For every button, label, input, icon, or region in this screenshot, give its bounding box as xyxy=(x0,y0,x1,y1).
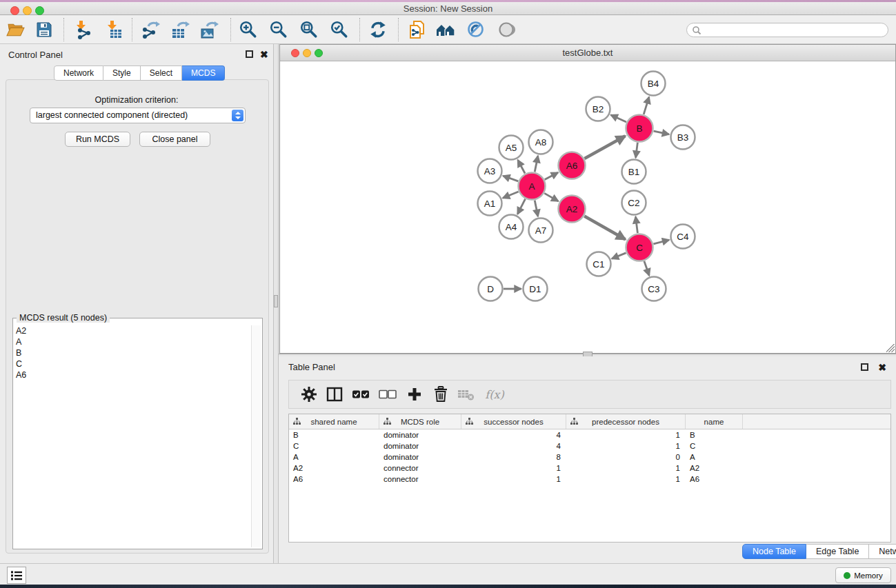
table-cell xyxy=(743,440,890,452)
edge-B-B3[interactable] xyxy=(654,131,669,134)
column-header-name[interactable]: name xyxy=(686,414,743,429)
mcds-result-item[interactable]: B xyxy=(14,347,250,358)
criterion-dropdown[interactable]: largest connected component (directed) xyxy=(30,108,246,123)
table-cell: C xyxy=(686,440,743,452)
edge-C-C1[interactable] xyxy=(612,253,626,258)
edge-B-B1[interactable] xyxy=(636,143,638,158)
delete-table-button[interactable] xyxy=(455,381,478,408)
edge-A6-B[interactable] xyxy=(584,136,625,159)
delete-columns-button[interactable] xyxy=(429,381,452,408)
mcds-result-item[interactable]: A6 xyxy=(14,369,250,381)
deselect-all-button[interactable] xyxy=(376,381,399,408)
divider-grip[interactable] xyxy=(274,295,278,307)
attribute-type-icon xyxy=(293,418,301,425)
edge-A-A5[interactable] xyxy=(518,160,525,173)
function-builder-button[interactable]: f(x) xyxy=(479,381,510,408)
edge-C-C3[interactable] xyxy=(644,261,649,276)
table-cell: 4 xyxy=(461,440,566,452)
mcds-result-item[interactable]: C xyxy=(14,358,250,369)
show-columns-button[interactable] xyxy=(323,381,346,408)
table-cell xyxy=(743,429,890,440)
zoom-out-button[interactable] xyxy=(266,19,291,40)
search-field[interactable] xyxy=(686,23,888,37)
table-settings-button[interactable] xyxy=(297,381,321,408)
desktop-wallpaper-strip xyxy=(0,585,896,588)
column-header-successor-nodes[interactable]: successor nodes xyxy=(461,414,566,429)
edge-A-A2[interactable] xyxy=(544,193,558,201)
zoom-fit-button[interactable] xyxy=(297,19,321,40)
node-label-C4: C4 xyxy=(677,232,689,242)
export-network-button[interactable] xyxy=(138,19,163,40)
network-canvas[interactable]: B4B2BB3A8A5A6A3B1AA1C2A2A4A7C4CC1C3DD1 xyxy=(280,62,895,353)
tab-style[interactable]: Style xyxy=(103,65,141,81)
edge-A-A3[interactable] xyxy=(503,176,518,181)
node-label-D: D xyxy=(487,284,494,294)
node-label-B4: B4 xyxy=(648,79,659,89)
tab-node-table[interactable]: Node Table xyxy=(742,544,806,559)
mcds-result-item[interactable]: A2 xyxy=(14,325,250,336)
toolbar-separator xyxy=(230,18,231,41)
edge-B-B4[interactable] xyxy=(644,97,649,114)
plus-icon xyxy=(407,387,422,402)
export-image-button[interactable] xyxy=(197,19,221,40)
table-row[interactable]: Cdominator41C xyxy=(289,440,890,452)
window-resize-grip[interactable] xyxy=(886,344,895,352)
refresh-network-button[interactable] xyxy=(366,19,390,40)
search-input[interactable] xyxy=(701,26,888,35)
add-column-button[interactable] xyxy=(403,381,426,408)
task-history-button[interactable] xyxy=(7,567,26,584)
import-table-button[interactable] xyxy=(101,19,126,40)
edge-A-A1[interactable] xyxy=(503,192,519,198)
table-row[interactable]: Bdominator41B xyxy=(289,429,890,440)
show-all-networks-button[interactable] xyxy=(434,19,459,40)
tab-network-table[interactable]: Network Table xyxy=(869,544,896,559)
open-session-button[interactable] xyxy=(3,19,28,40)
column-header-shared-name[interactable]: shared name xyxy=(289,414,379,429)
mcds-result-item[interactable]: A xyxy=(14,336,250,347)
tab-select[interactable]: Select xyxy=(141,65,182,81)
result-list-scrollbar[interactable] xyxy=(251,325,261,547)
level-of-detail-button[interactable] xyxy=(494,19,519,40)
window-titlebar: Session: New Session xyxy=(0,2,896,15)
table-cell: 1 xyxy=(566,440,686,452)
close-panel-button[interactable]: Close panel xyxy=(139,132,210,147)
network-document-button[interactable] xyxy=(405,19,430,40)
tab-network[interactable]: Network xyxy=(54,65,103,81)
tab-mcds[interactable]: MCDS xyxy=(182,65,225,81)
save-floppy-icon xyxy=(35,21,53,39)
zoom-in-button[interactable] xyxy=(236,19,261,40)
edge-C-C4[interactable] xyxy=(653,240,669,244)
trash-icon xyxy=(433,386,448,403)
select-all-button[interactable] xyxy=(349,381,372,408)
column-header-mcds-role[interactable]: MCDS role xyxy=(379,414,461,429)
dropdown-stepper-icon[interactable] xyxy=(232,110,243,121)
edge-C-C2[interactable] xyxy=(636,216,638,233)
float-panel-icon[interactable] xyxy=(861,363,868,371)
column-header-predecessor-nodes[interactable]: predecessor nodes xyxy=(566,414,686,429)
edge-A-A8[interactable] xyxy=(535,156,538,172)
edge-A-A6[interactable] xyxy=(545,172,558,179)
node-label-A5: A5 xyxy=(506,143,517,153)
criterion-value: largest connected component (directed) xyxy=(36,110,188,120)
save-session-button[interactable] xyxy=(32,19,57,40)
zoom-selected-button[interactable] xyxy=(327,19,352,40)
float-panel-icon[interactable] xyxy=(246,50,253,58)
run-mcds-button[interactable]: Run MCDS xyxy=(65,132,130,147)
tab-edge-table[interactable]: Edge Table xyxy=(806,544,869,559)
edge-A2-C[interactable] xyxy=(584,216,625,239)
table-row[interactable]: Adominator80A xyxy=(289,452,890,463)
refresh-icon xyxy=(368,20,388,39)
close-panel-icon[interactable]: ✖ xyxy=(878,364,886,372)
memory-button[interactable]: Memory xyxy=(835,567,891,583)
edge-A-A7[interactable] xyxy=(535,201,538,216)
table-row[interactable]: A2connector11A2 xyxy=(289,463,890,474)
export-table-button[interactable] xyxy=(168,19,192,40)
close-panel-icon[interactable]: ✖ xyxy=(260,51,268,59)
table-cell: 1 xyxy=(566,474,686,485)
edge-B-B2[interactable] xyxy=(611,115,626,122)
table-row[interactable]: A6connector11A6 xyxy=(289,474,890,485)
hide-graphics-details-button[interactable] xyxy=(464,19,488,40)
import-network-button[interactable] xyxy=(70,19,95,40)
edge-A-A4[interactable] xyxy=(517,199,525,214)
vertical-split-divider[interactable] xyxy=(273,44,279,563)
